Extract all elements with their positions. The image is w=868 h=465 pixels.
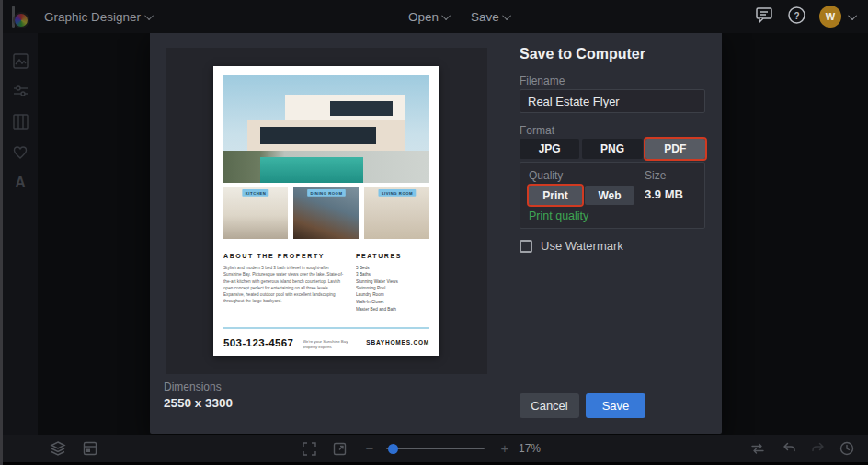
undo-icon[interactable] — [780, 439, 798, 458]
zoom-slider-thumb[interactable] — [388, 444, 398, 454]
tool-sidebar: A — [3, 33, 38, 435]
feedback-icon[interactable] — [754, 6, 774, 28]
quality-print-button[interactable]: Print — [529, 186, 582, 205]
quality-note: Print quality — [529, 210, 588, 222]
filename-label: Filename — [520, 74, 565, 87]
save-menu[interactable]: Save — [471, 0, 511, 33]
format-jpg-button[interactable]: JPG — [520, 139, 579, 159]
quality-panel: Quality Size Print Web 3.9 MB Print qual… — [520, 162, 705, 229]
flyer-features-list: 5 Beds 3 Baths Stunning Water Views Swim… — [356, 265, 435, 312]
text-tool-icon[interactable]: A — [3, 167, 38, 198]
chevron-down-icon — [502, 11, 511, 20]
pages-icon[interactable] — [81, 439, 99, 458]
top-bar: Graphic Designer Open Save ? — [0, 0, 868, 33]
export-preview: KITCHEN DINING ROOM LIVING ROOM ABOUT TH… — [166, 48, 487, 374]
living-room-photo: LIVING ROOM — [364, 187, 429, 239]
flyer-tagline: We're your Sunshine Bay property experts — [303, 338, 361, 350]
quality-label: Quality — [529, 169, 563, 182]
watermark-toggle[interactable]: Use Watermark — [520, 239, 623, 253]
fit-to-screen-icon[interactable] — [300, 439, 318, 458]
app-logo-icon[interactable] — [9, 5, 34, 29]
fullscreen-icon[interactable] — [330, 439, 348, 458]
flyer-preview: KITCHEN DINING ROOM LIVING ROOM ABOUT TH… — [213, 66, 439, 356]
zoom-out-button[interactable]: − — [360, 438, 379, 457]
help-icon[interactable]: ? — [787, 6, 806, 28]
account-chevron-icon[interactable] — [848, 11, 857, 20]
watermark-checkbox[interactable] — [520, 240, 532, 253]
size-value: 3.9 MB — [645, 187, 683, 201]
adjust-icon[interactable] — [3, 76, 38, 107]
chevron-down-icon — [144, 11, 154, 20]
chevron-down-icon — [441, 11, 451, 20]
filename-input[interactable] — [520, 89, 705, 113]
photo-label: LIVING ROOM — [378, 189, 416, 197]
dimensions-label: Dimensions — [164, 380, 222, 393]
format-label: Format — [520, 124, 554, 137]
cancel-button[interactable]: Cancel — [520, 393, 579, 418]
dining-room-photo: DINING ROOM — [293, 187, 359, 239]
format-pdf-button[interactable]: PDF — [645, 139, 705, 159]
dimensions-value: 2550 x 3300 — [164, 396, 233, 410]
zoom-in-button[interactable]: + — [496, 438, 514, 457]
zoom-level[interactable]: 17% — [519, 442, 541, 455]
layers-icon[interactable] — [49, 439, 67, 458]
flyer-about-title: ABOUT THE PROPERTY — [223, 253, 325, 259]
save-dialog: KITCHEN DINING ROOM LIVING ROOM ABOUT TH… — [150, 31, 722, 434]
size-label: Size — [645, 169, 666, 182]
app-window: Graphic Designer Open Save ? — [0, 0, 868, 465]
sync-icon[interactable] — [748, 439, 767, 458]
save-button[interactable]: Save — [586, 393, 645, 418]
flyer-website: SBAYHOMES.COM — [366, 339, 429, 346]
dialog-title: Save to Computer — [520, 46, 645, 62]
flyer-room-photos: KITCHEN DINING ROOM LIVING ROOM — [223, 187, 429, 239]
flyer-phone: 503-123-4567 — [223, 337, 293, 348]
quality-web-button[interactable]: Web — [585, 186, 634, 205]
grid-layout-icon[interactable] — [3, 107, 38, 137]
flyer-about-text: Stylish and modern 5 bed 3 bath tri-leve… — [223, 265, 347, 305]
format-selector: JPG PNG PDF — [520, 139, 705, 159]
photo-label: DINING ROOM — [307, 189, 346, 197]
flyer-divider — [223, 327, 429, 329]
shapes-icon[interactable] — [3, 137, 38, 167]
svg-text:?: ? — [794, 10, 799, 20]
format-png-button[interactable]: PNG — [582, 139, 642, 159]
flyer-features-title: FEATURES — [356, 253, 402, 259]
design-type-label: Graphic Designer — [44, 10, 141, 24]
kitchen-photo: KITCHEN — [223, 187, 288, 239]
color-wheel-icon — [13, 12, 29, 28]
design-type-menu[interactable]: Graphic Designer — [44, 0, 154, 33]
canvas-toolbar: − + 17% — [0, 435, 868, 462]
avatar[interactable]: W — [819, 6, 841, 28]
templates-icon[interactable] — [3, 46, 38, 76]
watermark-label: Use Watermark — [541, 239, 623, 253]
save-panel: Save to Computer Filename Format JPG PNG… — [520, 31, 722, 434]
redo-icon[interactable] — [809, 439, 828, 458]
history-icon[interactable] — [838, 439, 856, 458]
zoom-slider[interactable] — [386, 448, 485, 449]
open-menu[interactable]: Open — [408, 0, 451, 33]
photo-label: KITCHEN — [242, 189, 268, 197]
window-edge — [0, 0, 3, 465]
flyer-house-photo — [223, 75, 429, 183]
